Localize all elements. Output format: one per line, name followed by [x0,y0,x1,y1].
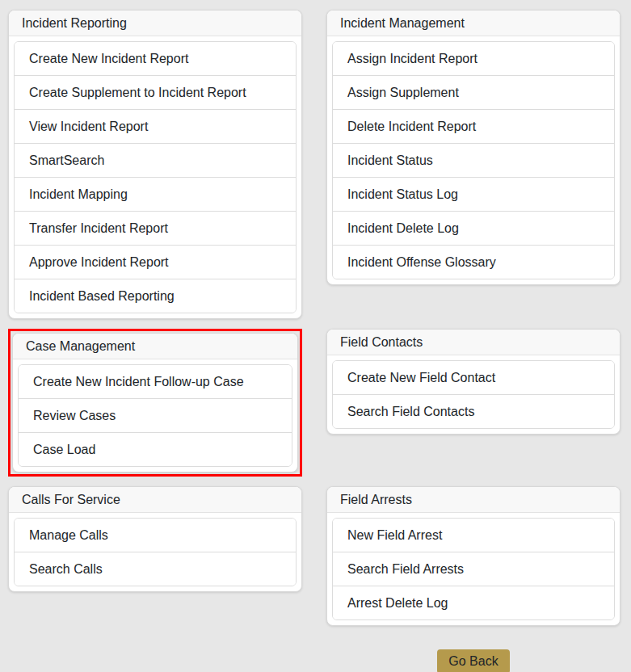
menu-list: Manage Calls Search Calls [14,518,297,586]
menu-item-incident-delete-log[interactable]: Incident Delete Log [333,211,614,245]
panel-body: Assign Incident Report Assign Supplement… [327,36,620,284]
menu-list: New Field Arrest Search Field Arrests Ar… [332,518,615,620]
panel-incident-management: Incident Management Assign Incident Repo… [326,10,620,285]
case-management-highlight-box: Case Management Create New Incident Foll… [8,329,302,477]
menu-list: Create New Incident Follow-up Case Revie… [18,364,292,467]
panel-title-case-management: Case Management [13,334,297,359]
panel-body: Create New Incident Report Create Supple… [9,36,301,318]
panel-body: Create New Incident Follow-up Case Revie… [13,359,297,472]
menu-item-approve-incident-report[interactable]: Approve Incident Report [15,245,296,279]
menu-item-incident-offense-glossary[interactable]: Incident Offense Glossary [333,245,614,279]
panel-field-arrests: Field Arrests New Field Arrest Search Fi… [326,486,620,626]
menu-item-new-field-arrest[interactable]: New Field Arrest [333,519,614,552]
menu-item-review-cases[interactable]: Review Cases [19,398,292,432]
panel-body: New Field Arrest Search Field Arrests Ar… [327,513,620,625]
menu-item-incident-status-log[interactable]: Incident Status Log [333,177,614,211]
panel-field-contacts: Field Contacts Create New Field Contact … [326,329,620,435]
panel-title-field-contacts: Field Contacts [327,330,620,355]
panel-calls-for-service: Calls For Service Manage Calls Search Ca… [8,486,302,592]
menu-item-delete-incident-report[interactable]: Delete Incident Report [333,109,614,143]
menu-item-search-calls[interactable]: Search Calls [15,552,296,586]
page: Incident Reporting Create New Incident R… [0,0,631,672]
go-back-button[interactable]: Go Back [437,649,509,672]
menu-item-create-new-field-contact[interactable]: Create New Field Contact [333,361,614,394]
menu-item-incident-mapping[interactable]: Incident Mapping [15,177,296,211]
menu-item-smartsearch[interactable]: SmartSearch [15,143,296,177]
menu-item-incident-status[interactable]: Incident Status [333,143,614,177]
panel-title-incident-management: Incident Management [327,10,620,36]
menu-item-create-new-incident-report[interactable]: Create New Incident Report [15,42,296,75]
menu-item-create-new-incident-follow-up-case[interactable]: Create New Incident Follow-up Case [19,365,292,398]
panel-body: Create New Field Contact Search Field Co… [327,355,620,434]
menu-list: Create New Field Contact Search Field Co… [332,360,615,429]
menu-item-search-field-contacts[interactable]: Search Field Contacts [333,394,614,428]
panel-case-management: Case Management Create New Incident Foll… [12,333,298,472]
menu-item-assign-supplement[interactable]: Assign Supplement [333,75,614,109]
panel-title-field-arrests: Field Arrests [327,487,620,513]
menu-list: Assign Incident Report Assign Supplement… [332,41,615,279]
menu-item-manage-calls[interactable]: Manage Calls [15,519,296,552]
menu-list: Create New Incident Report Create Supple… [14,41,297,313]
menu-grid: Incident Reporting Create New Incident R… [8,10,620,672]
panel-title-incident-reporting: Incident Reporting [9,10,301,36]
menu-item-transfer-incident-report[interactable]: Transfer Incident Report [15,211,296,245]
field-arrests-cell: Field Arrests New Field Arrest Search Fi… [326,486,620,672]
menu-item-search-field-arrests[interactable]: Search Field Arrests [333,552,614,586]
panel-title-calls-for-service: Calls For Service [9,487,301,513]
menu-item-arrest-delete-log[interactable]: Arrest Delete Log [333,586,614,620]
menu-item-assign-incident-report[interactable]: Assign Incident Report [333,42,614,75]
menu-item-incident-based-reporting[interactable]: Incident Based Reporting [15,279,296,313]
menu-item-create-supplement-to-incident-report[interactable]: Create Supplement to Incident Report [15,75,296,109]
menu-item-view-incident-report[interactable]: View Incident Report [15,109,296,143]
panel-incident-reporting: Incident Reporting Create New Incident R… [8,10,302,319]
panel-body: Manage Calls Search Calls [9,513,301,591]
menu-item-case-load[interactable]: Case Load [19,432,292,466]
